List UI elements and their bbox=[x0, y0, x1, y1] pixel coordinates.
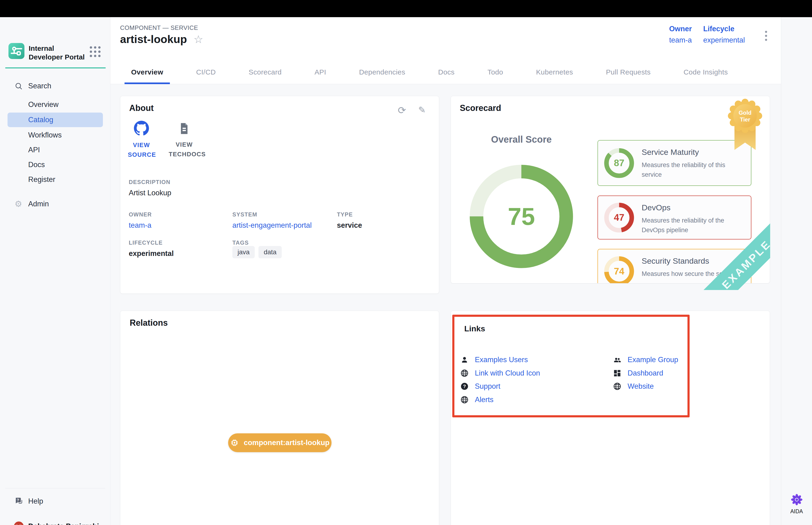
user-name: Debabrata Panigrahi bbox=[28, 522, 99, 525]
scorecard-card: Scorecard Overall Score 75 87 Service M bbox=[451, 96, 770, 283]
about-card: About ⟳ ✎ VIEWSOURCE VIEWTECHDOCS DESCRI… bbox=[120, 96, 439, 294]
score-item-devops[interactable]: 47 DevOps Measures the reliability of th… bbox=[597, 196, 751, 239]
right-gutter: AIDA bbox=[781, 17, 812, 525]
gear-icon: ⚙ bbox=[15, 199, 22, 209]
score-gauge: 74 bbox=[604, 256, 634, 283]
tag-chip[interactable]: data bbox=[258, 246, 282, 258]
breadcrumb: COMPONENT — SERVICE bbox=[120, 24, 198, 31]
sidebar-item-workflows[interactable]: Workflows bbox=[0, 128, 110, 142]
link-example-group[interactable]: Example Group bbox=[613, 356, 678, 364]
tab-api[interactable]: API bbox=[308, 62, 333, 84]
tab-todo[interactable]: Todo bbox=[481, 62, 510, 84]
link-dashboard[interactable]: Dashboard bbox=[613, 369, 663, 377]
search-icon bbox=[15, 82, 22, 90]
relations-title: Relations bbox=[130, 318, 168, 328]
overall-score-value: 75 bbox=[469, 164, 573, 269]
aida-label: AIDA bbox=[781, 508, 812, 515]
score-gauge: 47 bbox=[604, 202, 634, 232]
tab-scorecard[interactable]: Scorecard bbox=[242, 62, 288, 84]
about-title: About bbox=[129, 103, 154, 113]
user-menu[interactable]: DP Debabrata Panigrahi bbox=[0, 516, 110, 525]
user-icon bbox=[460, 356, 469, 364]
overall-score-label: Overall Score bbox=[479, 134, 564, 145]
description-label: DESCRIPTION bbox=[129, 179, 170, 185]
system-link[interactable]: artist-engagement-portal bbox=[232, 221, 312, 229]
sidebar-accent-divider bbox=[5, 68, 106, 69]
sidebar-item-search[interactable]: Search bbox=[0, 79, 110, 93]
tab-dependencies[interactable]: Dependencies bbox=[352, 62, 412, 84]
help-chat-icon: ? bbox=[15, 497, 23, 506]
more-options-icon[interactable] bbox=[764, 29, 768, 42]
favorite-star-icon[interactable]: ☆ bbox=[194, 34, 203, 45]
owner-value[interactable]: team-a bbox=[669, 36, 692, 44]
sidebar-item-register[interactable]: Register bbox=[0, 172, 110, 187]
tab-bar: Overview CI/CD Scorecard API Dependencie… bbox=[124, 62, 734, 84]
links-title: Links bbox=[464, 324, 485, 333]
owner-meta[interactable]: Owner team-a bbox=[669, 25, 692, 44]
workflow-logo-icon bbox=[10, 45, 22, 57]
entity-header: COMPONENT — SERVICE artist-lookup ☆ Owne… bbox=[110, 17, 781, 84]
svg-text:Tier: Tier bbox=[740, 116, 750, 123]
sidebar-item-admin[interactable]: ⚙ Admin bbox=[0, 197, 110, 211]
view-techdocs-button[interactable]: VIEWTECHDOCS bbox=[169, 122, 200, 159]
gold-tier-badge: Gold Tier bbox=[727, 98, 763, 152]
sidebar-item-api[interactable]: API bbox=[0, 142, 110, 157]
refresh-icon[interactable]: ⟳ bbox=[398, 106, 406, 115]
sidebar: Internal Developer Portal Search Overvie… bbox=[0, 17, 110, 525]
type-value: service bbox=[337, 221, 362, 229]
tab-cicd[interactable]: CI/CD bbox=[189, 62, 223, 84]
scorecard-title: Scorecard bbox=[460, 103, 501, 113]
lifecycle-meta: Lifecycle experimental bbox=[703, 25, 745, 44]
sidebar-item-help[interactable]: ? Help bbox=[0, 494, 110, 509]
tab-code-insights[interactable]: Code Insights bbox=[677, 62, 734, 84]
apps-grid-icon[interactable] bbox=[90, 46, 101, 57]
github-icon bbox=[134, 121, 149, 136]
lifecycle-field-value: experimental bbox=[129, 249, 174, 258]
sidebar-item-overview[interactable]: Overview bbox=[0, 97, 110, 112]
sidebar-item-docs[interactable]: Docs bbox=[0, 158, 110, 172]
app-logo[interactable] bbox=[9, 43, 25, 59]
tab-kubernetes[interactable]: Kubernetes bbox=[530, 62, 579, 84]
svg-text:Gold: Gold bbox=[739, 109, 752, 116]
top-black-bar bbox=[0, 0, 812, 17]
score-item-security-standards[interactable]: 74 Security Standards Measures how secur… bbox=[597, 249, 751, 283]
aida-flower-icon bbox=[791, 493, 803, 506]
view-source-button[interactable]: VIEWSOURCE bbox=[128, 121, 155, 160]
relations-card: Relations component:artist-lookup bbox=[120, 311, 439, 525]
relation-node-component[interactable]: component:artist-lookup bbox=[228, 433, 332, 452]
owner-link[interactable]: team-a bbox=[129, 221, 151, 229]
description-value: Artist Lookup bbox=[129, 189, 171, 197]
links-card: Links Examples Users Link with Cloud Ico… bbox=[451, 311, 770, 525]
globe-icon bbox=[460, 369, 469, 377]
overall-score-gauge: 75 bbox=[469, 164, 573, 269]
app-root: Internal Developer Portal Search Overvie… bbox=[0, 0, 812, 525]
link-support[interactable]: ? Support bbox=[460, 382, 501, 391]
search-label: Search bbox=[28, 82, 51, 90]
globe-icon bbox=[460, 395, 469, 404]
globe-icon bbox=[613, 382, 622, 391]
help-circle-icon: ? bbox=[460, 382, 469, 391]
app-title: Internal Developer Portal bbox=[29, 44, 88, 61]
tab-docs[interactable]: Docs bbox=[432, 62, 461, 84]
avatar: DP bbox=[13, 521, 25, 525]
svg-text:?: ? bbox=[17, 498, 19, 502]
medal-icon: Gold Tier bbox=[727, 98, 763, 134]
edit-pencil-icon[interactable]: ✎ bbox=[418, 106, 426, 115]
tab-pull-requests[interactable]: Pull Requests bbox=[599, 62, 657, 84]
link-website[interactable]: Website bbox=[613, 382, 654, 391]
dashboard-icon bbox=[613, 369, 622, 377]
link-cloud[interactable]: Link with Cloud Icon bbox=[460, 369, 540, 377]
group-icon bbox=[613, 356, 622, 364]
sidebar-item-catalog[interactable]: Catalog bbox=[7, 112, 103, 127]
document-icon bbox=[178, 122, 191, 135]
link-alerts[interactable]: Alerts bbox=[460, 395, 493, 404]
page-title: artist-lookup bbox=[120, 33, 187, 46]
score-gauge: 87 bbox=[604, 148, 634, 178]
svg-text:?: ? bbox=[463, 384, 466, 389]
chip-icon bbox=[230, 438, 239, 447]
link-examples-users[interactable]: Examples Users bbox=[460, 356, 528, 364]
tag-chip[interactable]: java bbox=[232, 246, 255, 258]
tab-overview[interactable]: Overview bbox=[124, 62, 170, 84]
aida-widget[interactable]: AIDA bbox=[781, 493, 812, 515]
lifecycle-value: experimental bbox=[703, 36, 745, 44]
